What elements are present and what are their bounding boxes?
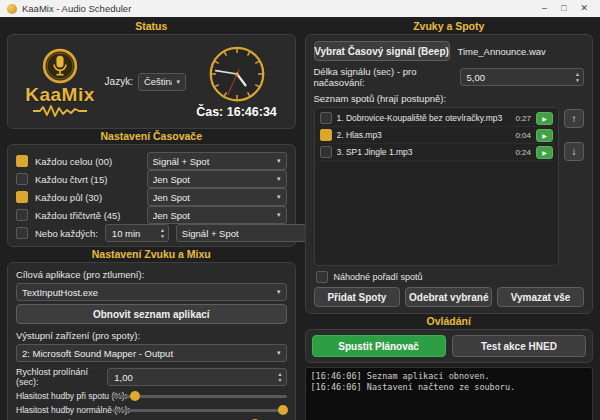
list-item[interactable]: 3. SP1 Jingle 1.mp3 0:24 ▶ [317, 144, 557, 161]
play-icon[interactable]: ▶ [536, 112, 553, 125]
spinner-arrows-icon[interactable]: ▲▼ [572, 71, 583, 83]
control-header: Ovládání [305, 314, 594, 329]
fade-speed-spinner[interactable]: 1,00 ▲▼ [107, 368, 286, 386]
language-label: Jazyk: [105, 76, 133, 87]
timer-groupbox: Každou celou (00) Signál + Spot▾ Každou … [7, 144, 296, 247]
clear-all-button[interactable]: Vymazat vše [497, 287, 584, 307]
digital-time: Čas: 16:46:34 [196, 105, 277, 119]
spot-list[interactable]: 1. Dobrovice-Koupaliště bez otevíračky.m… [314, 107, 560, 266]
target-app-label: Cílová aplikace (pro ztlumení): [16, 269, 287, 280]
main-area: Status KaaMix [0, 17, 600, 420]
log-output[interactable]: [16:46:06] Seznam aplikací obnoven. [16:… [305, 367, 594, 420]
duck-volume-row: Hlasitost hudby při spotu (%): [16, 391, 287, 401]
timer-row-threequarter: Každou třičtvrtě (45) Jen Spot▾ [16, 206, 287, 224]
spinner-arrows-icon[interactable]: ▲▼ [275, 371, 286, 383]
timer-row-interval: Nebo každých: 10 min ▲▼ Signál + Spot▾ [16, 224, 287, 242]
chevron-down-icon: ▾ [277, 175, 281, 183]
log-line: [16:46:06] Nastavení načteno ze souboru. [311, 382, 588, 393]
mode-select-half[interactable]: Jen Spot▾ [147, 188, 287, 206]
checkbox-full-hour[interactable] [16, 155, 28, 167]
spots-header: Zvuky a Spoty [305, 19, 594, 34]
mix-groupbox: Cílová aplikace (pro ztlumení): TextInpu… [7, 262, 296, 420]
fade-speed-row: Rychlost prolínání (sec): 1,00 ▲▼ [16, 367, 287, 387]
play-icon[interactable]: ▶ [536, 146, 553, 159]
timer-row-half: Každou půl (30) Jen Spot▾ [16, 188, 287, 206]
clock-area: Čas: 16:46:34 [189, 44, 285, 119]
timer-header: Nastavení Časovače [7, 129, 296, 144]
spots-groupbox: Vybrat Časový signál (Beep) Time_Announc… [305, 34, 594, 314]
signal-row: Vybrat Časový signál (Beep) Time_Announc… [314, 41, 585, 61]
mode-select-interval[interactable]: Signál + Spot▾ [176, 224, 316, 242]
mix-header: Nastavení Zvuku a Mixu [7, 247, 296, 262]
signal-length-row: Délka signálu (sec) - pro načasování: 5,… [314, 66, 585, 88]
maximize-icon[interactable]: □ [561, 0, 566, 17]
checkbox-interval[interactable] [16, 227, 28, 239]
app-window: KaaMix - Audio Scheduler – □ ✕ Status [0, 0, 600, 420]
normal-volume-slider[interactable] [112, 405, 287, 415]
titlebar: KaaMix - Audio Scheduler – □ ✕ [0, 0, 600, 17]
control-groupbox: Spustit Plánovač Test akce HNED [305, 329, 594, 363]
chevron-down-icon: ▾ [277, 193, 281, 201]
microphone-logo-icon [41, 47, 79, 85]
close-icon[interactable]: ✕ [580, 0, 588, 17]
random-order-row: Náhodné pořadí spotů [316, 271, 585, 283]
chevron-down-icon: ▾ [176, 78, 180, 86]
output-device-select[interactable]: 2: Microsoft Sound Mapper - Output▾ [16, 344, 287, 362]
spot-buttons-row: Přidat Spoty Odebrat vybrané Vymazat vše [314, 287, 585, 307]
mode-select-full-hour[interactable]: Signál + Spot▾ [147, 152, 287, 170]
signal-length-spinner[interactable]: 5,00 ▲▼ [460, 68, 584, 86]
move-up-button[interactable]: ↑ [564, 109, 584, 128]
list-item[interactable]: 1. Dobrovice-Koupaliště bez otevíračky.m… [317, 110, 557, 127]
start-scheduler-button[interactable]: Spustit Plánovač [312, 335, 446, 357]
kaamix-logo: KaaMix [18, 47, 102, 117]
checkbox-quarter[interactable] [16, 173, 28, 185]
remove-selected-button[interactable]: Odebrat vybrané [405, 287, 492, 307]
status-header: Status [7, 19, 296, 34]
checkbox-spot-1[interactable] [320, 112, 332, 124]
target-app-select[interactable]: TextInputHost.exe▾ [16, 283, 287, 301]
window-controls: – □ ✕ [542, 0, 596, 17]
add-spots-button[interactable]: Přidat Spoty [314, 287, 401, 307]
normal-volume-row: Hlasitost hudby normálně (%): [16, 405, 287, 415]
timer-row-quarter: Každou čtvrt (15) Jen Spot▾ [16, 170, 287, 188]
interval-spinner[interactable]: 10 min ▲▼ [105, 224, 169, 242]
spot-list-label: Seznam spotů (hrají postupně): [314, 93, 585, 104]
checkbox-spot-2[interactable] [320, 129, 332, 141]
minimize-icon[interactable]: – [542, 0, 547, 17]
mode-select-threequarter[interactable]: Jen Spot▾ [147, 206, 287, 224]
move-down-button[interactable]: ↓ [564, 142, 584, 161]
list-item[interactable]: 2. Hlas.mp3 0:04 ▶ [317, 127, 557, 144]
checkbox-random-order[interactable] [316, 271, 328, 283]
language-select[interactable]: Čeština ▾ [138, 73, 186, 91]
chevron-down-icon: ▾ [277, 349, 281, 357]
checkbox-half[interactable] [16, 191, 28, 203]
checkbox-threequarter[interactable] [16, 209, 28, 221]
fade-speed-label: Rychlost prolínání (sec): [16, 367, 107, 387]
analog-clock [207, 44, 267, 104]
spinner-arrows-icon[interactable]: ▲▼ [157, 227, 168, 239]
chevron-down-icon: ▾ [277, 157, 281, 165]
logo-wordmark: KaaMix [25, 85, 95, 105]
test-now-button[interactable]: Test akce HNED [452, 335, 586, 357]
output-device-label: Výstupní zařízení (pro spoty): [16, 330, 287, 341]
play-icon[interactable]: ▶ [536, 129, 553, 142]
reorder-buttons: ↑ ↓ [564, 107, 584, 266]
right-column: Zvuky a Spoty Vybrat Časový signál (Beep… [305, 19, 594, 420]
language-row: Jazyk: Čeština ▾ [105, 73, 186, 91]
duck-volume-slider[interactable] [112, 391, 287, 401]
checkbox-spot-3[interactable] [320, 146, 332, 158]
mode-select-quarter[interactable]: Jen Spot▾ [147, 170, 287, 188]
waveform-icon [32, 105, 88, 117]
slider-thumb[interactable] [278, 405, 288, 415]
chevron-down-icon: ▾ [277, 288, 281, 296]
arrow-up-icon: ↑ [572, 113, 577, 124]
refresh-apps-button[interactable]: Obnovit seznam aplikací [16, 304, 287, 324]
window-title: KaaMix - Audio Scheduler [22, 3, 542, 14]
signal-length-label: Délka signálu (sec) - pro načasování: [314, 66, 460, 88]
select-signal-button[interactable]: Vybrat Časový signál (Beep) [314, 41, 450, 61]
log-line: [16:46:06] Seznam aplikací obnoven. [311, 371, 588, 382]
slider-thumb[interactable] [130, 391, 140, 401]
status-groupbox: KaaMix Jazyk: Čeština ▾ [7, 34, 296, 129]
chevron-down-icon: ▾ [277, 211, 281, 219]
left-column: Status KaaMix [7, 19, 296, 420]
